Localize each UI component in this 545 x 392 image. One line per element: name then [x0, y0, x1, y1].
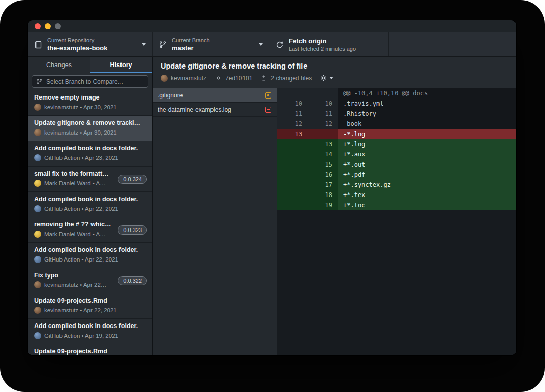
- commit-meta: kevinamstutz • Apr 30, 2021: [34, 129, 146, 136]
- sync-icon: [276, 41, 284, 49]
- new-line-number: 15: [308, 159, 338, 170]
- diff-viewer: @@ -10,4 +10,10 @@ docs 10 10 .travis.ym…: [277, 88, 516, 355]
- new-line-number: 19: [308, 200, 338, 210]
- branch-icon: [36, 78, 43, 85]
- commit-meta: kevinamstutz • Apr 30, 2021: [34, 104, 146, 111]
- commit-item[interactable]: small fix to the formatt… Mark Daniel Wa…: [28, 167, 152, 192]
- old-line-number: 12: [277, 119, 308, 129]
- file-item[interactable]: .gitignore: [153, 88, 277, 103]
- old-line-number: 13: [277, 129, 308, 139]
- version-badge: 0.0.322: [118, 276, 147, 285]
- commit-detail-body: .gitignore the-datamine-examples.log: [153, 88, 516, 355]
- sidebar-tab[interactable]: Changes: [28, 57, 90, 73]
- file-name: the-datamine-examples.log: [158, 106, 261, 113]
- file-status-icon: [265, 107, 271, 113]
- file-status-icon: [265, 92, 271, 99]
- diff-line-text: +*.tex: [338, 190, 516, 200]
- avatar: [34, 256, 41, 263]
- close-button[interactable]: [35, 23, 41, 29]
- file-item[interactable]: the-datamine-examples.log: [153, 103, 277, 117]
- commit-icon: [215, 74, 222, 82]
- commit-author-date: kevinamstutz • Apr 30, 2021: [44, 104, 117, 110]
- commit-item[interactable]: Update 09-projects.Rmd: [28, 344, 152, 355]
- old-line-number: [277, 139, 308, 149]
- diff-line: 16 +*.pdf: [277, 170, 516, 180]
- new-line-number: 18: [308, 190, 338, 200]
- new-line-number: 10: [308, 99, 338, 109]
- repository-picker-text: Current Repository the-examples-book: [47, 37, 138, 52]
- diff-line: @@ -10,4 +10,10 @@ docs: [277, 88, 516, 99]
- diff-line-text: .travis.yml: [338, 99, 516, 109]
- commit-title: Add compiled book in docs folder.: [34, 145, 146, 152]
- commit-author-date: kevinamstutz • Apr 22…: [44, 282, 106, 288]
- old-line-number: [277, 180, 308, 190]
- new-line-number: 17: [308, 180, 338, 190]
- diff-line-text: .Rhistory: [338, 109, 516, 119]
- zoom-button[interactable]: [55, 23, 61, 29]
- toolbar: Current Repository the-examples-book Cur…: [28, 32, 516, 57]
- app-body: Changes History Select Branch to Compare…: [28, 57, 516, 355]
- commit-author-date: GitHub Action • Apr 22, 2021: [44, 206, 118, 212]
- current-repository-picker[interactable]: Current Repository the-examples-book: [28, 32, 153, 56]
- diff-line-text: _book: [338, 119, 516, 129]
- commit-author-date: kevinamstutz • Apr 22, 2021: [44, 307, 117, 313]
- diff-empty-area: [277, 210, 516, 355]
- new-line-number: 14: [308, 149, 338, 159]
- commit-meta: GitHub Action • Apr 22, 2021: [34, 256, 146, 263]
- minimize-button[interactable]: [45, 23, 51, 29]
- commit-author-date: GitHub Action • Apr 19, 2021: [44, 333, 118, 339]
- commit-item[interactable]: Remove empty image kevinamstutz • Apr 30…: [28, 90, 152, 116]
- commit-author-date: Mark Daniel Ward • A…: [44, 231, 106, 237]
- commit-title: Update gitignore & remove tracki…: [34, 119, 146, 126]
- commit-meta: kevinamstutz • Apr 22, 2021: [34, 307, 146, 314]
- commit-detail-meta: kevinamstutz 7ed10101 2 changed files: [161, 74, 508, 82]
- commit-item[interactable]: Fix typo kevinamstutz • Apr 22… 0.0.322: [28, 268, 152, 293]
- new-line-number: 11: [308, 109, 338, 119]
- main-panel: Update gitignore & remove tracking of fi…: [153, 57, 516, 355]
- diff-line-text: +*.log: [338, 139, 516, 149]
- diff-line: 19 +*.toc: [277, 200, 516, 210]
- old-line-number: [277, 149, 308, 159]
- diff-options-button[interactable]: [320, 74, 334, 82]
- diff-line-text: +*.synctex.gz: [338, 180, 516, 190]
- repository-label: Current Repository: [47, 37, 138, 43]
- diff-lines: @@ -10,4 +10,10 @@ docs 10 10 .travis.ym…: [277, 88, 516, 210]
- new-line-number: [308, 129, 338, 139]
- old-line-number: 10: [277, 99, 308, 109]
- titlebar: [28, 20, 516, 32]
- commit-title: Add compiled book in docs folder.: [34, 195, 146, 203]
- tab-label: Changes: [46, 61, 72, 69]
- commit-item[interactable]: removing the # ?? whic… Mark Daniel Ward…: [28, 217, 152, 243]
- commit-item[interactable]: Add compiled book in docs folder. GitHub…: [28, 141, 152, 167]
- diff-icon: [260, 75, 267, 82]
- new-line-number: 16: [308, 170, 338, 180]
- avatar: [34, 205, 41, 212]
- diff-line-text: +*.out: [338, 159, 516, 170]
- version-badge: 0.0.324: [118, 175, 147, 184]
- diff-line: 17 +*.synctex.gz: [277, 180, 516, 190]
- branch-compare-input[interactable]: Select Branch to Compare...: [32, 75, 148, 88]
- commit-item[interactable]: Update gitignore & remove tracki… kevina…: [28, 116, 152, 141]
- changed-file-list: .gitignore the-datamine-examples.log: [153, 88, 277, 355]
- diff-line-text: -*.log: [338, 129, 516, 139]
- diff-line-text: @@ -10,4 +10,10 @@ docs: [338, 88, 516, 99]
- sidebar-tab[interactable]: History: [90, 57, 152, 73]
- commit-meta: GitHub Action • Apr 22, 2021: [34, 205, 146, 212]
- commit-item[interactable]: Add compiled book in docs folder. GitHub…: [28, 319, 152, 344]
- fetch-origin-button[interactable]: Fetch origin Last fetched 2 minutes ago: [269, 32, 389, 56]
- old-line-number: 11: [277, 109, 308, 119]
- fetch-status: Last fetched 2 minutes ago: [289, 46, 382, 52]
- commit-title: Add compiled book in docs folder.: [34, 322, 146, 330]
- current-branch-picker[interactable]: Current Branch master: [153, 32, 269, 56]
- new-line-number: 13: [308, 139, 338, 149]
- diff-line: 13 +*.log: [277, 139, 516, 149]
- sidebar: Changes History Select Branch to Compare…: [28, 57, 153, 355]
- commit-item[interactable]: Add compiled book in docs folder. GitHub…: [28, 243, 152, 268]
- avatar: [34, 332, 41, 339]
- commit-item[interactable]: Update 09-projects.Rmd kevinamstutz • Ap…: [28, 293, 152, 319]
- commit-item[interactable]: Add compiled book in docs folder. GitHub…: [28, 192, 152, 217]
- sidebar-tabs: Changes History: [28, 57, 152, 73]
- diff-line: 18 +*.tex: [277, 190, 516, 200]
- diff-line-text: +*.aux: [338, 149, 516, 159]
- commit-sha[interactable]: 7ed10101: [225, 75, 252, 82]
